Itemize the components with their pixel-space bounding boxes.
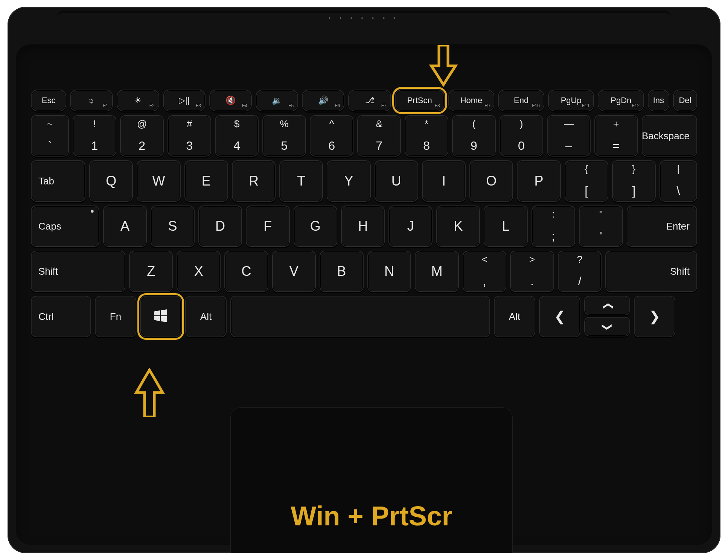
- ctrl-key[interactable]: Ctrl: [31, 296, 91, 337]
- 2-key[interactable]: @2: [120, 115, 164, 157]
- trackpad[interactable]: Win + PrtScr: [230, 407, 513, 553]
- key-area: Esc☼F1☀F2▷||F3🔇F4🔉F5🔊F6⎇F7PrtScnF8HomeF9…: [31, 90, 697, 341]
- 1-key[interactable]: !1: [73, 115, 116, 157]
- minus-key[interactable]: —–: [547, 115, 591, 157]
- j-key[interactable]: J: [388, 205, 432, 247]
- 7-key[interactable]: &7: [357, 115, 401, 157]
- 9-key[interactable]: (9: [452, 115, 496, 157]
- end-key[interactable]: EndF10: [498, 90, 544, 111]
- comma-key[interactable]: <,: [463, 251, 507, 292]
- pgdn-key[interactable]: PgDnF12: [598, 90, 644, 111]
- arrow-right-key[interactable]: ❯: [634, 296, 675, 337]
- 0-key[interactable]: )0: [500, 115, 543, 157]
- esc-key[interactable]: Esc: [31, 90, 66, 111]
- v-key[interactable]: V: [272, 251, 316, 292]
- equals-key[interactable]: +=: [594, 115, 638, 157]
- windows-key[interactable]: [140, 296, 181, 337]
- u-key-label: U: [391, 173, 401, 189]
- arrow-up-down-group: ❯❯: [584, 296, 630, 337]
- backspace-key[interactable]: Backspace: [642, 115, 697, 157]
- d-key-label: D: [215, 218, 225, 234]
- bracket-close-key[interactable]: }]: [612, 160, 656, 202]
- x-key[interactable]: X: [177, 251, 221, 292]
- a-key[interactable]: A: [103, 205, 147, 247]
- 8-key[interactable]: *8: [405, 115, 448, 157]
- play-pause[interactable]: ▷||F3: [163, 90, 206, 111]
- m-key[interactable]: M: [415, 251, 459, 292]
- semicolon-key[interactable]: :;: [532, 205, 575, 247]
- vol-up-fnum: F6: [335, 103, 340, 108]
- comma-key-bot: ,: [463, 274, 506, 288]
- pgup-key[interactable]: PgUpF11: [548, 90, 594, 111]
- period-key-top: >: [511, 254, 553, 265]
- left-shift-key[interactable]: Shift: [31, 251, 125, 292]
- connector-dots-icon: • • • • • • •: [329, 15, 399, 21]
- q-key[interactable]: Q: [89, 160, 133, 202]
- enter-key[interactable]: Enter: [627, 205, 697, 247]
- brightness-down[interactable]: ☼F1: [70, 90, 113, 111]
- right-alt-key[interactable]: Alt: [494, 296, 535, 337]
- b-key[interactable]: B: [320, 251, 364, 292]
- bracket-open-key[interactable]: {[: [565, 160, 608, 202]
- g-key[interactable]: G: [294, 205, 337, 247]
- p-key[interactable]: P: [517, 160, 560, 202]
- arrow-down-key[interactable]: ❯: [584, 317, 630, 336]
- d-key[interactable]: D: [198, 205, 242, 247]
- ins-key[interactable]: Ins: [648, 90, 669, 111]
- r-key[interactable]: R: [232, 160, 276, 202]
- backslash-key[interactable]: |\: [659, 160, 697, 202]
- arrow-up-key[interactable]: ❯: [584, 296, 630, 315]
- fn-key[interactable]: Fn: [95, 296, 136, 337]
- left-alt-key[interactable]: Alt: [185, 296, 227, 337]
- keyboard-deck: Esc☼F1☀F2▷||F3🔇F4🔉F5🔊F6⎇F7PrtScnF8HomeF9…: [16, 44, 712, 545]
- o-key[interactable]: O: [469, 160, 513, 202]
- o-key-label: O: [486, 173, 497, 189]
- k-key[interactable]: K: [436, 205, 480, 247]
- n-key[interactable]: N: [367, 251, 411, 292]
- 1-key-bot: 1: [73, 139, 116, 153]
- y-key[interactable]: Y: [327, 160, 370, 202]
- u-key[interactable]: U: [375, 160, 418, 202]
- space-key[interactable]: [230, 296, 490, 337]
- e-key[interactable]: E: [184, 160, 228, 202]
- h-key[interactable]: H: [341, 205, 385, 247]
- vol-up[interactable]: 🔊F6: [302, 90, 344, 111]
- del-key[interactable]: Del: [673, 90, 697, 111]
- w-key[interactable]: W: [137, 160, 180, 202]
- f-key[interactable]: F: [246, 205, 289, 247]
- z-key[interactable]: Z: [129, 251, 173, 292]
- brightness-up[interactable]: ☀F2: [117, 90, 159, 111]
- tab-key[interactable]: Tab: [31, 160, 85, 202]
- print-screen[interactable]: PrtScnF8: [395, 90, 445, 111]
- 5-key[interactable]: %5: [262, 115, 306, 157]
- 7-key-bot: 7: [358, 139, 400, 153]
- arrow-left-key[interactable]: ❮: [539, 296, 580, 337]
- 8-key-bot: 8: [405, 139, 448, 153]
- right-alt-key-label: Alt: [509, 311, 520, 323]
- 4-key-bot: 4: [216, 139, 258, 153]
- 4-key[interactable]: $4: [215, 115, 259, 157]
- slash-key[interactable]: ?/: [558, 251, 602, 292]
- end-key-label: End: [514, 96, 528, 105]
- mute[interactable]: 🔇F4: [209, 90, 252, 111]
- kbd-backlight[interactable]: ⎇F7: [348, 90, 391, 111]
- 5-key-top: %: [263, 118, 305, 130]
- slash-key-top: ?: [559, 254, 601, 265]
- slash-key-bot: /: [559, 274, 601, 288]
- s-key[interactable]: S: [151, 205, 194, 247]
- 3-key[interactable]: #3: [168, 115, 211, 157]
- caps-key[interactable]: Caps•: [31, 205, 99, 247]
- c-key[interactable]: C: [224, 251, 268, 292]
- period-key[interactable]: >.: [510, 251, 554, 292]
- svg-marker-1: [161, 309, 167, 315]
- l-key[interactable]: L: [484, 205, 527, 247]
- t-key[interactable]: T: [279, 160, 323, 202]
- quote-key[interactable]: "': [579, 205, 623, 247]
- right-shift-key[interactable]: Shift: [605, 251, 697, 292]
- home-key[interactable]: HomeF9: [448, 90, 495, 111]
- backslash-key-top: |: [660, 163, 696, 175]
- vol-down[interactable]: 🔉F5: [256, 90, 298, 111]
- i-key[interactable]: I: [422, 160, 466, 202]
- 6-key[interactable]: ^6: [310, 115, 353, 157]
- backtick-key[interactable]: ~`: [31, 115, 69, 157]
